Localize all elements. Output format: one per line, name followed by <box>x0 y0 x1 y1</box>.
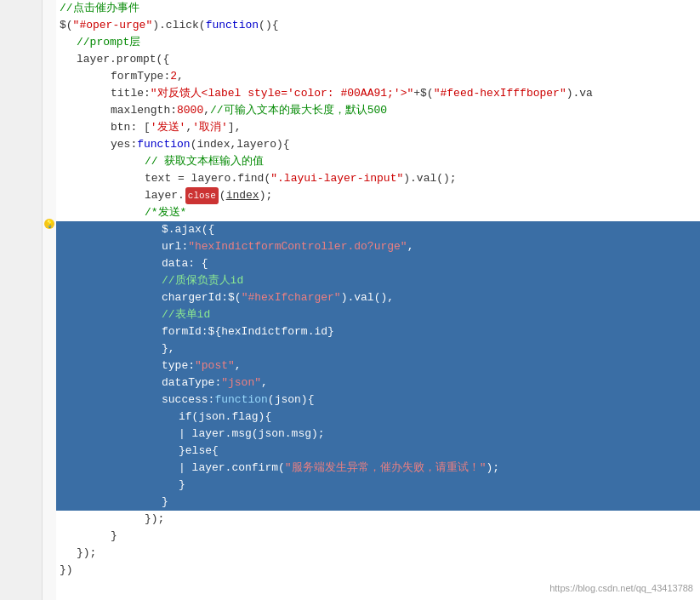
code-line: } <box>56 528 700 545</box>
code-line: maxlength: 8000, //可输入文本的最大长度，默认500 <box>56 102 700 119</box>
code-line-selected: } <box>56 494 700 511</box>
code-line: title: "对反馈人<label style='color: #00AA91… <box>56 85 700 102</box>
code-line: }) <box>56 562 700 579</box>
code-line-selected: type: "post", <box>56 357 700 374</box>
gutter: 💡 <box>43 0 56 600</box>
code-line-selected: }, <box>56 340 700 357</box>
code-line: }); <box>56 545 700 562</box>
code-block: 💡 //点击催办事件 $("#oper-urge").click(functio… <box>0 0 700 600</box>
code-content: //点击催办事件 $("#oper-urge").click(function(… <box>56 0 700 600</box>
code-line: /*发送* <box>56 204 700 221</box>
code-line-selected: | layer.msg(json.msg); <box>56 426 700 443</box>
code-line-selected: success: function(json){ <box>56 391 700 409</box>
code-line: text = layero.find(".layui-layer-input")… <box>56 170 700 187</box>
code-line-selected: //表单id <box>56 306 700 323</box>
code-line: }); <box>56 511 700 528</box>
code-line: yes: function(index,layero){ <box>56 136 700 153</box>
code-line-selected: dataType: "json", <box>56 374 700 391</box>
code-line-selected: url: "hexIndictformController.do?urge", <box>56 238 700 255</box>
code-line-selected: if(json.flag){ <box>56 409 700 426</box>
code-line-selected: //质保负责人id <box>56 272 700 289</box>
code-line: //点击催办事件 <box>56 0 700 17</box>
code-line: //prompt层 <box>56 34 700 51</box>
code-line-selected: data: { <box>56 255 700 272</box>
code-line: formType: 2, <box>56 68 700 85</box>
code-line: layer.close(index); <box>56 187 700 204</box>
code-line-selected: formId:${hexIndictform.id} <box>56 323 700 340</box>
code-line-selected: chargerId:$("#hexIfcharger").val(), <box>56 289 700 306</box>
code-line: btn: ['发送', '取消'], <box>56 119 700 136</box>
code-line: $("#oper-urge").click(function(){ <box>56 17 700 34</box>
bulb-icon: 💡 <box>44 219 54 229</box>
line-numbers <box>0 0 43 600</box>
code-line-selected: } <box>56 477 700 494</box>
code-line: layer.prompt({ <box>56 51 700 68</box>
close-badge: close <box>185 187 219 204</box>
code-line-selected: }else{ <box>56 443 700 460</box>
watermark: https://blog.csdn.net/qq_43413788 <box>549 583 693 593</box>
code-editor: 💡 //点击催办事件 $("#oper-urge").click(functio… <box>0 0 700 600</box>
code-line-selected: | layer.confirm("服务端发生异常，催办失败，请重试！"); <box>56 460 700 477</box>
code-line: // 获取文本框输入的值 <box>56 153 700 170</box>
code-line-selected: $.ajax({ <box>56 221 700 238</box>
